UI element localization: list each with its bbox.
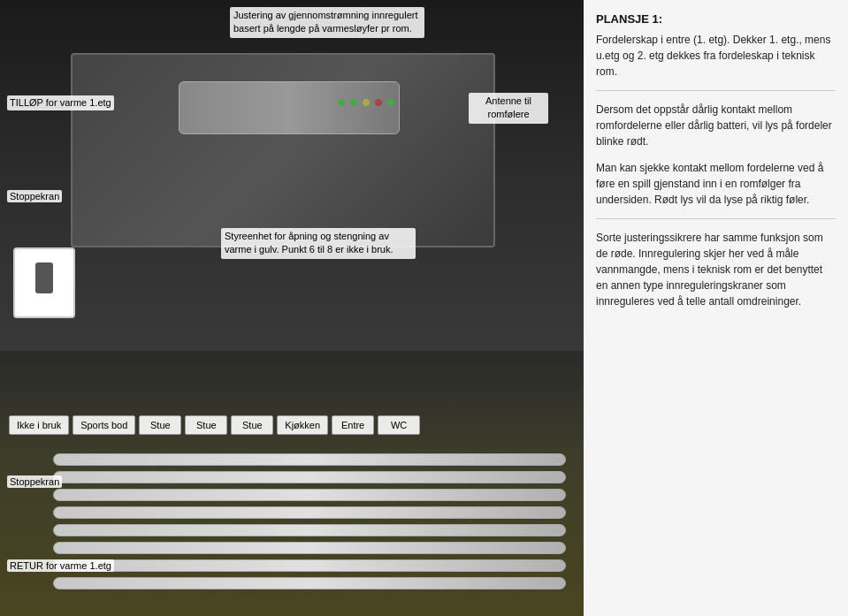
panel-box [71, 53, 495, 247]
light-red [375, 99, 382, 106]
divider-1 [596, 90, 836, 91]
label-antenne: Antenne til romfølere [469, 93, 548, 124]
panel-lights [338, 99, 394, 106]
page-container: TILLØP for varme 1.etg Stoppekran Juster… [0, 0, 848, 616]
pipe-8 [53, 577, 566, 589]
zone-stue2: Stue [185, 415, 227, 435]
sorte-text: Sorte justeringssikrere har samme funksj… [596, 230, 836, 309]
zone-stue3: Stue [231, 415, 273, 435]
light-green2 [350, 99, 357, 106]
section-contact: Dersom det oppstår dårlig kontakt mellom… [596, 102, 836, 149]
socket-hole [35, 262, 53, 293]
photo-background: TILLØP for varme 1.etg Stoppekran Juster… [0, 0, 584, 616]
light-green3 [387, 99, 394, 106]
zone-kjokken: Kjøkken [277, 415, 328, 435]
pipe-1 [53, 453, 566, 466]
plansje-heading: PLANSJE 1: [596, 11, 836, 28]
text-panel: PLANSJE 1: Fordelerskap i entre (1. etg)… [584, 0, 848, 616]
zone-entre: Entre [332, 415, 374, 435]
label-retur: RETUR for varme 1.etg [7, 559, 114, 572]
zone-wc: WC [378, 415, 420, 435]
panel-device [179, 81, 400, 134]
check-text: Man kan sjekke kontakt mellom fordelerne… [596, 160, 836, 208]
section-sorte: Sorte justeringssikrere har samme funksj… [596, 230, 836, 309]
zone-labels-row: Ikke i bruk Sports bod Stue Stue Stue Kj… [0, 415, 584, 435]
divider-2 [596, 218, 836, 219]
section-check: Man kan sjekke kontakt mellom fordelerne… [596, 160, 836, 208]
pipe-5 [53, 524, 566, 536]
pipe-3 [53, 489, 566, 501]
label-justering: Justering av gjennomstrømning innreguler… [230, 7, 424, 38]
zone-ikke-i-bruk: Ikke i bruk [9, 415, 69, 435]
label-stoppekran-top: Stoppekran [7, 190, 62, 202]
contact-text: Dersom det oppstår dårlig kontakt mellom… [596, 102, 836, 149]
pipes-area [0, 351, 584, 616]
pipe-4 [53, 506, 566, 519]
section-plansje: PLANSJE 1: Fordelerskap i entre (1. etg)… [596, 11, 836, 80]
label-styreenhet: Styreenhet for åpning og stengning av va… [221, 228, 416, 259]
pipe-2 [53, 471, 566, 483]
light-green [338, 99, 345, 106]
photo-area: TILLØP for varme 1.etg Stoppekran Juster… [0, 0, 584, 616]
pipe-6 [53, 542, 566, 554]
light-yellow [363, 99, 370, 106]
label-stoppekran-bottom: Stoppekran [7, 475, 62, 488]
socket-box [13, 247, 75, 318]
zone-sports-bod: Sports bod [73, 415, 135, 435]
plansje-text: Fordelerskap i entre (1. etg). Dekker 1.… [596, 32, 836, 80]
pipe-7 [53, 559, 566, 572]
label-tillop: TILLØP for varme 1.etg [7, 95, 114, 110]
zone-stue1: Stue [139, 415, 181, 435]
